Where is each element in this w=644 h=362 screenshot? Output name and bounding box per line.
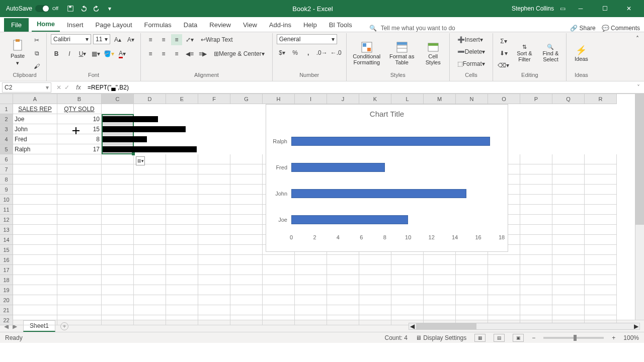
cell-blank[interactable]: [166, 295, 198, 305]
cell-blank[interactable]: [102, 185, 134, 195]
row-header-13[interactable]: 13: [0, 225, 13, 235]
cell-blank[interactable]: [230, 305, 263, 315]
chart-bar[interactable]: [291, 137, 490, 146]
cell-blank[interactable]: [552, 265, 585, 275]
cell-blank[interactable]: [102, 315, 134, 325]
cell-B20[interactable]: [57, 295, 102, 305]
cell-blank[interactable]: [295, 275, 327, 285]
row-header-16[interactable]: 16: [0, 255, 13, 265]
cell-blank[interactable]: [198, 315, 230, 325]
cell-B6[interactable]: [57, 154, 102, 164]
cell-blank[interactable]: [198, 295, 230, 305]
cell-blank[interactable]: [166, 275, 198, 285]
row-header-11[interactable]: 11: [0, 205, 13, 215]
cell-blank[interactable]: [102, 265, 134, 275]
cell-blank[interactable]: [230, 255, 263, 265]
tab-data[interactable]: Data: [179, 18, 202, 32]
cell-blank[interactable]: [552, 285, 585, 295]
cell-B14[interactable]: [57, 235, 102, 245]
cell-A17[interactable]: [13, 265, 57, 275]
normal-view-button[interactable]: ▦: [474, 334, 486, 342]
underline-button[interactable]: U▾: [77, 48, 88, 59]
cell-B12[interactable]: [57, 215, 102, 225]
italic-button[interactable]: I: [64, 48, 75, 59]
cell-blank[interactable]: [359, 285, 391, 295]
cell-B21[interactable]: [57, 305, 102, 315]
chart-title[interactable]: Chart Title: [266, 105, 508, 120]
cell-A3[interactable]: John: [13, 124, 57, 134]
name-box[interactable]: C2▾: [2, 82, 51, 93]
cell-blank[interactable]: [456, 295, 488, 305]
cell-blank[interactable]: [552, 154, 585, 164]
cell-blank[interactable]: [327, 315, 359, 325]
cell-blank[interactable]: [166, 305, 198, 315]
autosum-button[interactable]: Σ▾: [497, 36, 510, 47]
cell-A14[interactable]: [13, 235, 57, 245]
cell-blank[interactable]: [198, 185, 230, 195]
undo-icon[interactable]: [79, 5, 88, 13]
cell-blank[interactable]: [198, 285, 230, 295]
cell-blank[interactable]: [230, 275, 263, 285]
col-header-B[interactable]: B: [57, 94, 102, 104]
save-icon[interactable]: [66, 5, 74, 13]
cell-blank[interactable]: [520, 255, 552, 265]
cell-blank[interactable]: [585, 195, 617, 205]
chart-bar[interactable]: [291, 215, 408, 224]
cell-blank[interactable]: [134, 225, 166, 235]
chart-bar[interactable]: [291, 163, 385, 172]
cell-B1[interactable]: QTY SOLD: [57, 104, 102, 114]
cell-blank[interactable]: [488, 285, 520, 295]
col-header-H[interactable]: H: [263, 94, 295, 104]
cell-blank[interactable]: [585, 225, 617, 235]
cell-B4[interactable]: 8: [57, 134, 102, 144]
cell-blank[interactable]: [359, 315, 391, 325]
cell-blank[interactable]: [166, 215, 198, 225]
cell-blank[interactable]: [102, 215, 134, 225]
cell-blank[interactable]: [166, 255, 198, 265]
cell-blank[interactable]: [166, 174, 198, 185]
align-bottom-button[interactable]: ≡: [171, 34, 182, 45]
cell-A10[interactable]: [13, 195, 57, 205]
tab-view[interactable]: View: [238, 18, 262, 32]
cell-blank[interactable]: [102, 285, 134, 295]
cell-blank[interactable]: [552, 205, 585, 215]
cell-blank[interactable]: [102, 305, 134, 315]
cell-blank[interactable]: [102, 255, 134, 265]
cell-blank[interactable]: [134, 235, 166, 245]
cell-blank[interactable]: [166, 235, 198, 245]
cell-blank[interactable]: [230, 265, 263, 275]
cell-B13[interactable]: [57, 225, 102, 235]
cell-blank[interactable]: [585, 285, 617, 295]
cell-blank[interactable]: [134, 275, 166, 285]
cell-A15[interactable]: [13, 245, 57, 255]
cell-blank[interactable]: [456, 305, 488, 315]
tab-addins[interactable]: Add-ins: [264, 18, 296, 32]
cell-blank[interactable]: [488, 255, 520, 265]
cell-blank[interactable]: [585, 164, 617, 174]
cell-A12[interactable]: [13, 215, 57, 225]
row-header-20[interactable]: 20: [0, 295, 13, 305]
cell-blank[interactable]: [456, 285, 488, 295]
cell-blank[interactable]: [198, 164, 230, 174]
align-middle-button[interactable]: ≡: [158, 34, 169, 45]
cell-blank[interactable]: [230, 225, 263, 235]
row-header-12[interactable]: 12: [0, 215, 13, 225]
cell-blank[interactable]: [552, 225, 585, 235]
cell-blank[interactable]: [391, 305, 424, 315]
cell-blank[interactable]: [520, 295, 552, 305]
cell-blank[interactable]: [134, 174, 166, 185]
cell-blank[interactable]: [198, 235, 230, 245]
cell-blank[interactable]: [488, 275, 520, 285]
cell-blank[interactable]: [134, 255, 166, 265]
paste-button[interactable]: Paste ▾: [7, 37, 28, 70]
cell-blank[interactable]: [102, 174, 134, 185]
maximize-button[interactable]: ☐: [596, 2, 614, 16]
col-header-D[interactable]: D: [134, 94, 166, 104]
formula-input[interactable]: [85, 84, 633, 91]
display-settings-button[interactable]: 🖥 Display Settings: [416, 334, 466, 341]
cell-blank[interactable]: [327, 295, 359, 305]
align-left-button[interactable]: ≡: [145, 48, 156, 59]
fx-button[interactable]: fx: [72, 84, 85, 91]
cell-blank[interactable]: [134, 315, 166, 325]
cell-blank[interactable]: [198, 174, 230, 185]
